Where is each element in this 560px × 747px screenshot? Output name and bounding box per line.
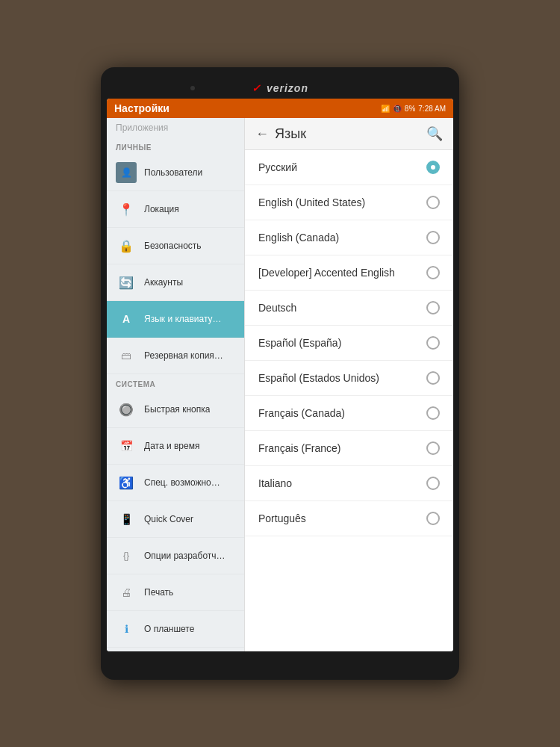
sidebar-item-users[interactable]: 👤 Пользователи (107, 155, 244, 191)
panel-title: Язык (275, 126, 306, 142)
tablet-frame: ✓ verizon Настройки 📶 📵 8% 7:28 AM Прило… (101, 67, 459, 680)
language-name: English (United States) (258, 196, 365, 208)
radio-button[interactable] (426, 477, 440, 490)
section-header-personal: ЛИЧНЫЕ (107, 137, 244, 155)
language-name: English (Canada) (258, 232, 339, 244)
quickbutton-icon: 🔘 (116, 399, 137, 420)
language-name: Español (España) (258, 337, 341, 349)
sidebar-item-accounts[interactable]: 🔄 Аккаунты (107, 264, 244, 301)
about-icon: ℹ (116, 619, 137, 639)
accounts-icon: 🔄 (116, 272, 137, 293)
sidebar-item-accessibility[interactable]: ♿ Спец. возможно… (107, 465, 244, 501)
radio-button[interactable] (426, 161, 440, 174)
sidebar-label-about: О планшете (144, 624, 194, 634)
verizon-logo: ✓ verizon (252, 82, 308, 94)
tablet-top-bar: ✓ verizon (107, 78, 453, 99)
sidebar-item-security[interactable]: 🔒 Безопасность (107, 228, 244, 264)
language-name: Español (Estados Unidos) (258, 372, 379, 384)
language-name: Français (France) (258, 442, 340, 454)
radio-button[interactable] (426, 301, 440, 314)
radio-button[interactable] (426, 231, 440, 244)
language-list: РусскийEnglish (United States)English (C… (245, 150, 453, 651)
language-name: Русский (258, 161, 297, 173)
security-icon: 🔒 (116, 235, 137, 256)
language-item[interactable]: Français (France) (245, 431, 453, 466)
section-header-system: СИСТЕМА (107, 374, 244, 391)
clock: 7:28 AM (418, 105, 446, 113)
language-name: Português (258, 512, 306, 524)
language-item[interactable]: Français (Canada) (245, 396, 453, 431)
language-name: Deutsch (258, 302, 296, 314)
sidebar-item-about[interactable]: ℹ О планшете (107, 611, 244, 648)
sidebar-label-developer: Опции разработч… (144, 551, 225, 561)
backup-icon: 🗃 (116, 345, 137, 366)
language-icon: A (116, 309, 137, 329)
battery-percent: 8% (405, 105, 415, 113)
radio-button[interactable] (426, 441, 440, 455)
sidebar-item-language[interactable]: A Язык и клавиату… (107, 301, 244, 338)
sidebar-item-datetime[interactable]: 📅 Дата и время (107, 428, 244, 465)
back-button[interactable]: ← (255, 126, 269, 142)
sidebar-item-quickcover[interactable]: 📱 Quick Cover (107, 501, 244, 538)
language-name: Italiano (258, 477, 292, 489)
sidebar-label-accounts: Аккаунты (144, 277, 183, 288)
signal-icon: 📵 (393, 105, 402, 113)
partial-item: Приложения (107, 118, 244, 137)
language-name: Français (Canada) (258, 407, 345, 419)
language-item[interactable]: Português (245, 501, 453, 536)
radio-button[interactable] (426, 196, 440, 209)
language-item[interactable]: English (Canada) (245, 220, 453, 255)
radio-button[interactable] (426, 406, 440, 420)
accessibility-icon: ♿ (116, 472, 137, 493)
language-item[interactable]: [Developer] Accented English (245, 255, 453, 291)
main-content: Приложения ЛИЧНЫЕ 👤 Пользователи 📍 Локац… (107, 118, 453, 651)
datetime-icon: 📅 (116, 436, 137, 456)
users-icon: 👤 (116, 162, 137, 183)
verizon-check-icon: ✓ (252, 82, 261, 94)
radio-button[interactable] (426, 336, 440, 350)
panel-title-row: ← Язык (255, 126, 306, 142)
camera-dot (190, 86, 195, 90)
language-item[interactable]: Deutsch (245, 291, 453, 326)
sidebar-label-accessibility: Спец. возможно… (144, 477, 220, 488)
sidebar-item-developer[interactable]: {} Опции разработч… (107, 538, 244, 574)
location-icon: 📍 (116, 199, 137, 220)
sidebar-item-location[interactable]: 📍 Локация (107, 191, 244, 228)
sidebar-label-quickcover: Quick Cover (144, 514, 193, 524)
language-name: [Developer] Accented English (258, 267, 395, 279)
status-bar-right: 📶 📵 8% 7:28 AM (381, 105, 446, 113)
quickcover-icon: 📱 (116, 509, 137, 530)
screen: Настройки 📶 📵 8% 7:28 AM Приложения ЛИЧН… (107, 99, 453, 651)
sidebar-item-print[interactable]: 🖨 Печать (107, 574, 244, 611)
language-item[interactable]: Русский (245, 150, 453, 185)
sidebar-item-quickbutton[interactable]: 🔘 Быстрая кнопка (107, 391, 244, 428)
sidebar-label-quickbutton: Быстрая кнопка (144, 404, 210, 415)
language-item[interactable]: Español (España) (245, 326, 453, 361)
sidebar-label-security: Безопасность (144, 241, 202, 251)
radio-button[interactable] (426, 266, 440, 279)
radio-button[interactable] (426, 512, 440, 525)
developer-icon: {} (116, 545, 137, 566)
sidebar-label-datetime: Дата и время (144, 441, 199, 451)
sidebar-label-location: Локация (144, 204, 179, 214)
sidebar: Приложения ЛИЧНЫЕ 👤 Пользователи 📍 Локац… (107, 118, 245, 651)
right-panel: ← Язык 🔍 РусскийEnglish (United States)E… (245, 118, 453, 651)
language-item[interactable]: Español (Estados Unidos) (245, 361, 453, 396)
app-title: Настройки (114, 102, 169, 114)
sidebar-label-users: Пользователи (144, 167, 202, 178)
sidebar-item-backup[interactable]: 🗃 Резервная копия… (107, 338, 244, 374)
status-bar: Настройки 📶 📵 8% 7:28 AM (107, 99, 453, 118)
language-item[interactable]: English (United States) (245, 185, 453, 220)
radio-button[interactable] (426, 371, 440, 385)
sidebar-label-language: Язык и клавиату… (144, 314, 222, 324)
print-icon: 🖨 (116, 582, 137, 603)
sidebar-label-backup: Резервная копия… (144, 350, 223, 361)
wifi-icon: 📶 (381, 105, 390, 113)
language-item[interactable]: Italiano (245, 466, 453, 501)
search-button[interactable]: 🔍 (426, 125, 443, 142)
panel-header: ← Язык 🔍 (245, 118, 453, 150)
sidebar-label-print: Печать (144, 587, 173, 598)
